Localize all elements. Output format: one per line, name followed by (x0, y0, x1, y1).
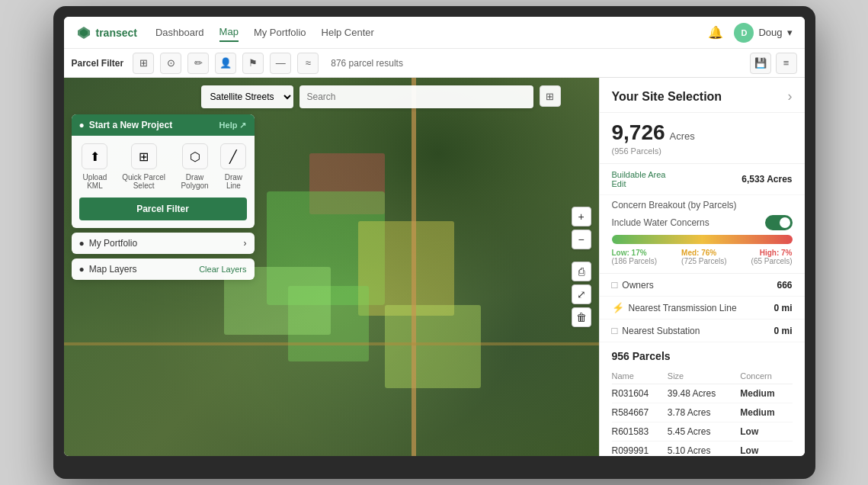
nav-map[interactable]: Map (219, 23, 239, 42)
concern-gradient-bar (612, 235, 793, 244)
parcel-name: R601583 (612, 422, 668, 442)
parcel-size: 5.45 Acres (668, 422, 740, 442)
concern-breakout-label: Concern Breakout (by Parcels) (612, 200, 737, 210)
low-label: Low: 17% (612, 249, 657, 257)
map-search-settings[interactable]: ⊞ (540, 85, 561, 107)
transmission-left: ⚡ Nearest Transmission Line (612, 302, 737, 313)
toolbar-menu-btn[interactable]: ≡ (776, 53, 797, 74)
parcel-name: R099991 (612, 442, 668, 457)
parcel-size: 3.78 Acres (668, 403, 740, 422)
layers-dot-icon: ● (79, 264, 85, 275)
parcel-name: R031604 (612, 384, 668, 403)
portfolio-row[interactable]: ● My Portfolio › (72, 233, 255, 254)
tool-upload-kml[interactable]: ⬆ Upload KML (79, 143, 111, 190)
parcels-table: Name Size Concern R031604 39.48 Acres Me… (612, 368, 793, 456)
filter-person-btn[interactable]: 👤 (215, 53, 236, 74)
user-name: Doug (758, 27, 782, 38)
substation-row: □ Nearest Substation 0 mi (600, 320, 805, 342)
buildable-area-row: Buildable Area Edit 6,533 Acres (600, 164, 805, 195)
bell-icon[interactable]: 🔔 (708, 25, 723, 40)
owners-left: □ Owners (612, 279, 654, 291)
filter-dash-btn[interactable]: — (270, 53, 291, 74)
parcel-size: 5.10 Acres (668, 442, 740, 457)
high-concern-group: High: 7% (65 Parcels) (751, 249, 793, 265)
med-concern-group: Med: 76% (725 Parcels) (681, 249, 726, 265)
parcel-name: R584667 (612, 403, 668, 422)
table-row[interactable]: R031604 39.48 Acres Medium (612, 384, 793, 403)
transmission-value: 0 mi (774, 303, 792, 313)
toolbar-save-btn[interactable]: 💾 (750, 53, 771, 74)
site-selection-title: Your Site Selection (612, 90, 722, 104)
filter-flag-btn[interactable]: ⚑ (242, 53, 264, 74)
parcel-yellow (358, 221, 454, 316)
rp-close-btn[interactable]: › (788, 88, 793, 104)
substation-left: □ Nearest Substation (612, 325, 700, 336)
print-btn[interactable]: ⎙ (572, 262, 591, 281)
map-search-bar: Satellite Streets Streets Satellite Outd… (201, 85, 561, 108)
filter-grid-btn[interactable]: ⊞ (133, 53, 154, 74)
upload-kml-label: Upload KML (79, 173, 111, 190)
help-link[interactable]: Help ↗ (219, 120, 247, 130)
col-concern: Concern (740, 368, 792, 384)
nav-help[interactable]: Help Center (322, 24, 374, 41)
include-water-row: Include Water Concerns (612, 215, 793, 235)
user-badge[interactable]: D Doug ▾ (734, 23, 792, 43)
low-concern-group: Low: 17% (186 Parcels) (612, 249, 657, 265)
map-area[interactable]: Satellite Streets Streets Satellite Outd… (64, 78, 599, 456)
transmission-icon: ⚡ (612, 302, 624, 313)
portfolio-dot-icon: ● (79, 238, 85, 249)
nav-portfolio[interactable]: My Portfolio (254, 24, 306, 41)
toolbar-right: 💾 ≡ (750, 53, 797, 74)
logo-icon (76, 25, 91, 40)
panel-tools: ⬆ Upload KML ⊞ Quick Parcel Select ⬡ Dra… (72, 136, 255, 198)
project-panel-title: Start a New Project (89, 120, 172, 130)
parcel-green-1 (267, 191, 384, 305)
layers-row[interactable]: ● Map Layers Clear Layers (72, 259, 255, 280)
parcels-table-title: 956 Parcels (612, 350, 793, 362)
parcel-size: 39.48 Acres (668, 384, 740, 403)
low-parcels: (186 Parcels) (612, 257, 657, 265)
tool-draw-polygon[interactable]: ⬡ Draw Polygon (177, 143, 213, 190)
concern-labels: Low: 17% (186 Parcels) Med: 76% (725 Par… (612, 249, 793, 265)
upload-kml-icon: ⬆ (82, 143, 107, 169)
expand-btn[interactable]: ⤢ (572, 284, 591, 304)
dot-icon: ● (79, 120, 85, 130)
med-parcels: (725 Parcels) (681, 257, 726, 265)
zoom-in-btn[interactable]: + (572, 207, 591, 226)
concern-header-row: Concern Breakout (by Parcels) (612, 200, 793, 215)
filter-wave-btn[interactable]: ≈ (297, 53, 319, 74)
portfolio-label: My Portfolio (89, 238, 137, 249)
substation-label: Nearest Substation (622, 326, 700, 336)
logo-text: transect (96, 27, 137, 39)
table-row[interactable]: R601583 5.45 Acres Low (612, 422, 793, 442)
concern-container: Concern Breakout (by Parcels) Include Wa… (600, 195, 805, 274)
tool-draw-line[interactable]: ╱ Draw Line (220, 143, 246, 190)
buildable-area-edit[interactable]: Edit (612, 179, 666, 188)
map-search-input[interactable] (299, 85, 533, 108)
map-style-select[interactable]: Satellite Streets Streets Satellite Outd… (201, 85, 293, 108)
chevron-down-icon: ▾ (787, 27, 793, 38)
parcels-sub: (956 Parcels) (612, 146, 793, 156)
nav-dashboard[interactable]: Dashboard (155, 24, 204, 41)
quick-parcel-icon: ⊞ (131, 143, 157, 169)
delete-btn[interactable]: 🗑 (572, 307, 591, 327)
med-label: Med: 76% (681, 249, 726, 257)
col-name: Name (612, 368, 668, 384)
filter-dot-btn[interactable]: ⊙ (160, 53, 181, 74)
table-row[interactable]: R099991 5.10 Acres Low (612, 442, 793, 457)
parcel-concern: Medium (740, 403, 792, 422)
logo: transect (76, 25, 137, 40)
parcel-green-2 (288, 286, 368, 361)
buildable-area-value: 6,533 Acres (741, 174, 792, 185)
substation-value: 0 mi (774, 326, 792, 336)
include-water-toggle[interactable] (765, 215, 793, 230)
clear-layers-link[interactable]: Clear Layers (199, 265, 246, 274)
portfolio-panel: ● My Portfolio › (72, 233, 255, 254)
zoom-out-btn[interactable]: − (572, 230, 591, 249)
laptop-frame: transect Dashboard Map My Portfolio Help… (53, 6, 815, 479)
tool-quick-parcel[interactable]: ⊞ Quick Parcel Select (118, 143, 168, 190)
parcel-filter-button[interactable]: Parcel Filter (79, 198, 247, 220)
table-row[interactable]: R584667 3.78 Acres Medium (612, 403, 793, 422)
rp-stats: 9,726 Acres (956 Parcels) (600, 113, 805, 164)
filter-pencil-btn[interactable]: ✏ (187, 53, 209, 74)
